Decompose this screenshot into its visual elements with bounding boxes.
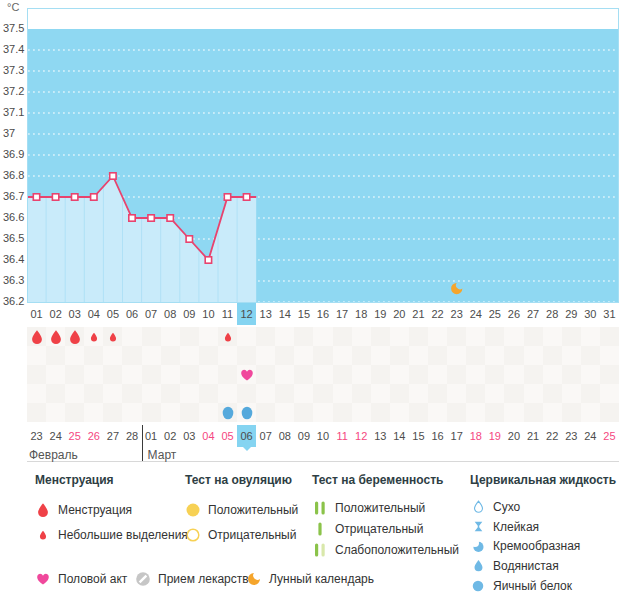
calendar-date-cell[interactable]: 04 <box>199 425 218 447</box>
annotation-cell[interactable] <box>447 403 466 422</box>
annotation-cell[interactable] <box>180 403 199 422</box>
annotation-cell[interactable] <box>466 365 485 384</box>
calendar-date-cell[interactable]: 27 <box>103 425 122 447</box>
annotation-cell[interactable] <box>103 384 122 403</box>
annotation-cell[interactable] <box>352 346 371 365</box>
annotation-cell[interactable] <box>466 327 485 346</box>
calendar-date-cell[interactable]: 09 <box>294 425 313 447</box>
calendar-date-cell[interactable]: 24 <box>581 425 600 447</box>
annotation-cell[interactable] <box>524 384 543 403</box>
annotation-cell[interactable] <box>600 384 619 403</box>
annotation-cell[interactable] <box>122 346 141 365</box>
annotation-cell[interactable] <box>562 403 581 422</box>
calendar-date-cell[interactable]: 07 <box>256 425 275 447</box>
annotation-cell[interactable] <box>180 327 199 346</box>
annotation-cell[interactable] <box>485 327 504 346</box>
annotation-cell[interactable] <box>122 365 141 384</box>
annotation-cell[interactable] <box>103 365 122 384</box>
annotation-cell[interactable] <box>275 403 294 422</box>
annotation-cell[interactable] <box>180 346 199 365</box>
calendar-date-cell[interactable]: 15 <box>409 425 428 447</box>
annotation-cell[interactable] <box>524 403 543 422</box>
annotation-cell[interactable] <box>161 403 180 422</box>
annotation-cell[interactable] <box>199 327 218 346</box>
cycle-day-cell[interactable]: 08 <box>161 303 180 325</box>
annotation-cell[interactable] <box>352 327 371 346</box>
annotation-cell[interactable] <box>524 346 543 365</box>
annotation-cell[interactable] <box>485 403 504 422</box>
calendar-date-cell[interactable]: 08 <box>275 425 294 447</box>
annotation-cell[interactable] <box>504 346 523 365</box>
cycle-day-cell[interactable]: 03 <box>65 303 84 325</box>
annotation-cell[interactable] <box>27 403 46 422</box>
annotation-cell[interactable] <box>371 384 390 403</box>
annotation-cell[interactable] <box>275 327 294 346</box>
annotation-cell[interactable] <box>485 346 504 365</box>
annotation-cell[interactable] <box>600 365 619 384</box>
annotation-cell[interactable] <box>333 403 352 422</box>
cycle-day-cell[interactable]: 21 <box>409 303 428 325</box>
annotation-cell[interactable] <box>409 327 428 346</box>
cycle-day-cell[interactable]: 12 <box>237 303 256 325</box>
cycle-day-cell[interactable]: 24 <box>466 303 485 325</box>
annotation-cell[interactable] <box>84 365 103 384</box>
annotation-cell[interactable] <box>103 346 122 365</box>
cycle-day-cell[interactable]: 17 <box>333 303 352 325</box>
calendar-date-cell[interactable]: 01 <box>142 425 161 447</box>
cycle-day-cell[interactable]: 28 <box>543 303 562 325</box>
annotation-cell[interactable] <box>275 365 294 384</box>
annotation-cell[interactable] <box>543 384 562 403</box>
annotation-cell[interactable] <box>504 327 523 346</box>
annotation-cell[interactable] <box>600 327 619 346</box>
cycle-day-cell[interactable]: 16 <box>313 303 332 325</box>
annotation-cell[interactable] <box>65 384 84 403</box>
annotation-cell[interactable] <box>46 384 65 403</box>
annotation-cell[interactable] <box>46 346 65 365</box>
annotation-cell[interactable] <box>390 365 409 384</box>
annotation-cell[interactable] <box>428 384 447 403</box>
annotation-cell[interactable] <box>581 346 600 365</box>
calendar-date-cell[interactable]: 10 <box>313 425 332 447</box>
annotation-cell[interactable] <box>65 365 84 384</box>
cycle-day-cell[interactable]: 22 <box>428 303 447 325</box>
annotation-cell[interactable] <box>543 365 562 384</box>
annotation-cell[interactable] <box>447 384 466 403</box>
annotation-cell[interactable] <box>142 365 161 384</box>
annotation-cell[interactable] <box>27 346 46 365</box>
cycle-day-cell[interactable]: 31 <box>600 303 619 325</box>
annotation-cell[interactable] <box>333 327 352 346</box>
annotation-cell[interactable] <box>180 365 199 384</box>
annotation-cell[interactable] <box>409 384 428 403</box>
annotation-cell[interactable] <box>466 384 485 403</box>
annotation-cell[interactable] <box>504 384 523 403</box>
annotation-cell[interactable] <box>581 365 600 384</box>
annotation-cell[interactable] <box>333 384 352 403</box>
annotation-cell[interactable] <box>313 327 332 346</box>
annotation-cell[interactable] <box>256 365 275 384</box>
annotation-cell[interactable] <box>600 403 619 422</box>
annotation-cell[interactable] <box>333 346 352 365</box>
annotation-cell[interactable] <box>466 346 485 365</box>
annotation-cell[interactable] <box>27 384 46 403</box>
annotation-cell[interactable] <box>199 346 218 365</box>
cycle-day-cell[interactable]: 06 <box>122 303 141 325</box>
annotation-cell[interactable] <box>142 346 161 365</box>
calendar-date-cell-today[interactable]: 06 <box>237 425 256 447</box>
calendar-date-cell[interactable]: 13 <box>371 425 390 447</box>
annotation-cell[interactable] <box>313 365 332 384</box>
cycle-day-cell[interactable]: 04 <box>84 303 103 325</box>
annotation-cell[interactable] <box>524 327 543 346</box>
annotation-cell[interactable] <box>294 384 313 403</box>
annotation-cell[interactable] <box>84 346 103 365</box>
annotation-cell[interactable] <box>256 384 275 403</box>
annotation-cell[interactable] <box>447 327 466 346</box>
cycle-day-cell[interactable]: 26 <box>504 303 523 325</box>
calendar-date-cell[interactable]: 28 <box>122 425 141 447</box>
annotation-cell[interactable] <box>390 403 409 422</box>
cycle-day-cell[interactable]: 20 <box>390 303 409 325</box>
calendar-date-cell[interactable]: 19 <box>485 425 504 447</box>
annotation-cell[interactable] <box>352 384 371 403</box>
annotation-cell[interactable] <box>562 365 581 384</box>
annotation-cell[interactable] <box>218 346 237 365</box>
annotation-cell[interactable] <box>180 384 199 403</box>
